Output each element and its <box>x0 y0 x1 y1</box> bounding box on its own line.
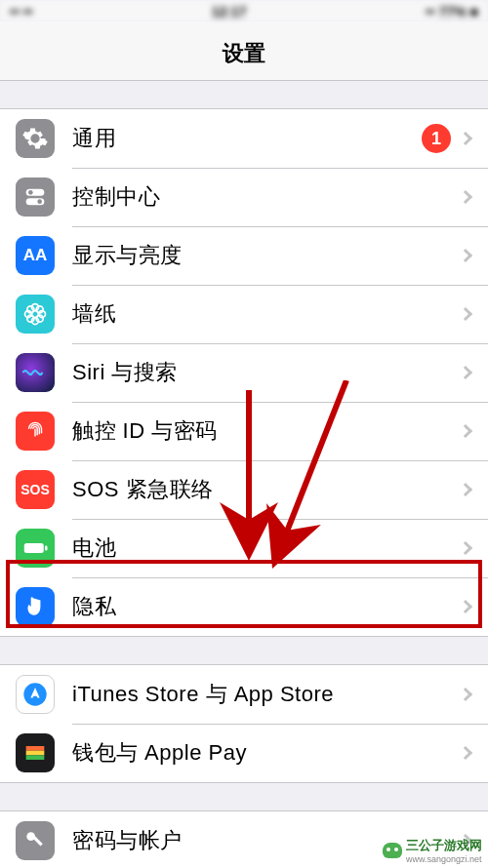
status-carrier: •• •• <box>10 4 33 20</box>
toggles-icon <box>16 178 55 217</box>
aa-icon: AA <box>16 236 55 275</box>
key-icon <box>16 821 55 860</box>
row-label: 墙纸 <box>72 299 461 329</box>
notification-badge: 1 <box>422 124 451 153</box>
row-label: 控制中心 <box>72 182 461 212</box>
row-label: 通用 <box>72 124 422 153</box>
row-battery[interactable]: 电池 <box>0 519 488 577</box>
svg-rect-18 <box>26 746 45 751</box>
row-label: 显示与亮度 <box>72 241 461 270</box>
svg-rect-22 <box>33 837 43 847</box>
battery-icon <box>16 529 55 568</box>
watermark-url: www.sangongzi.net <box>406 854 482 864</box>
svg-rect-14 <box>45 546 48 551</box>
chevron-right-icon <box>459 249 472 262</box>
row-siri-search[interactable]: Siri 与搜索 <box>0 343 488 402</box>
svg-point-3 <box>37 199 42 204</box>
wallet-icon <box>16 733 55 772</box>
row-sos[interactable]: SOS SOS 紧急联络 <box>0 460 488 519</box>
watermark: 三公子游戏网 www.sangongzi.net <box>383 837 482 864</box>
row-label: SOS 紧急联络 <box>72 475 461 504</box>
row-label: 隐私 <box>72 592 461 621</box>
svg-point-21 <box>26 832 35 841</box>
chevron-right-icon <box>459 483 472 496</box>
row-label: 触控 ID 与密码 <box>72 416 461 446</box>
status-battery: •• 77% ■ <box>426 4 478 20</box>
chevron-right-icon <box>459 366 472 379</box>
row-touchid-passcode[interactable]: 触控 ID 与密码 <box>0 402 488 460</box>
row-wallpaper[interactable]: 墙纸 <box>0 285 488 343</box>
chevron-right-icon <box>459 746 472 760</box>
siri-icon <box>16 353 55 392</box>
row-label: 钱包与 Apple Pay <box>72 738 461 768</box>
svg-rect-13 <box>24 543 44 553</box>
row-label: 电池 <box>72 533 461 563</box>
row-display-brightness[interactable]: AA 显示与亮度 <box>0 226 488 285</box>
watermark-text: 三公子游戏网 <box>406 837 482 854</box>
svg-rect-20 <box>26 755 45 760</box>
chevron-right-icon <box>459 190 472 204</box>
row-control-center[interactable]: 控制中心 <box>0 168 488 226</box>
row-privacy[interactable]: 隐私 <box>0 577 488 636</box>
chevron-right-icon <box>459 132 472 145</box>
watermark-logo-icon <box>383 843 402 858</box>
row-label: iTunes Store 与 App Store <box>72 680 461 709</box>
status-time: 12:17 <box>212 4 247 20</box>
chevron-right-icon <box>459 424 472 438</box>
chevron-right-icon <box>459 307 472 321</box>
hand-icon <box>16 587 55 626</box>
row-itunes-appstore[interactable]: iTunes Store 与 App Store <box>0 665 488 724</box>
gear-icon <box>16 119 55 158</box>
row-general[interactable]: 通用 1 <box>0 109 488 168</box>
svg-rect-19 <box>26 751 45 756</box>
chevron-right-icon <box>459 541 472 555</box>
row-label: Siri 与搜索 <box>72 358 461 387</box>
sos-icon: SOS <box>16 470 55 509</box>
settings-group-2: iTunes Store 与 App Store 钱包与 Apple Pay <box>0 664 488 783</box>
settings-group-1: 通用 1 控制中心 AA 显示与亮度 墙纸 Siri 与搜索 触控 ID 与密码 <box>0 108 488 637</box>
svg-point-2 <box>28 190 33 195</box>
row-wallet-applepay[interactable]: 钱包与 Apple Pay <box>0 724 488 782</box>
page-title: 设置 <box>0 21 488 81</box>
appstore-icon <box>16 675 55 714</box>
fingerprint-icon <box>16 412 55 451</box>
chevron-right-icon <box>459 600 472 613</box>
flower-icon <box>16 295 55 334</box>
status-bar: •• •• 12:17 •• 77% ■ <box>0 0 488 21</box>
chevron-right-icon <box>459 688 472 701</box>
